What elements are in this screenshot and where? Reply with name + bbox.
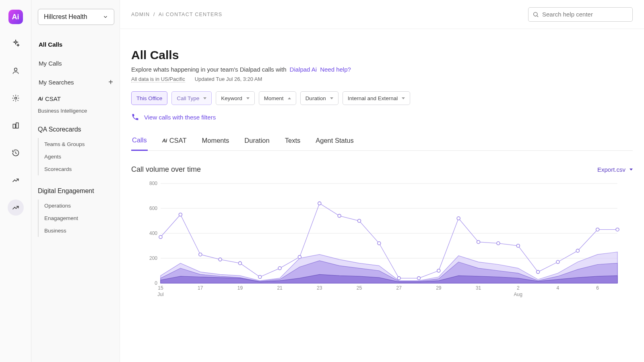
icon-rail: Ai [0,0,31,362]
svg-rect-3 [16,123,18,128]
svg-text:400: 400 [149,230,157,236]
sidebar-item-bi[interactable]: Business Intelligence [38,108,113,114]
help-search-input[interactable] [542,11,628,18]
svg-point-37 [596,228,599,231]
topbar: ADMIN / Ai CONTACT CENTERS [120,0,644,29]
analytics-icon[interactable] [8,200,24,216]
svg-text:800: 800 [149,181,157,186]
sidebar-item-scorecards[interactable]: Scorecards [44,163,113,175]
breadcrumb-contact-centers[interactable]: Ai CONTACT CENTERS [159,12,223,17]
sidebar-item-my-calls[interactable]: My Calls [38,58,113,69]
history-icon[interactable] [8,145,24,161]
svg-point-29 [437,269,440,272]
search-icon [533,11,539,18]
sidebar-section-qa[interactable]: QA Scorecards [38,126,113,133]
svg-text:600: 600 [149,206,157,211]
org-selector[interactable]: Hillcrest Health [38,9,114,25]
svg-text:29: 29 [436,285,442,291]
svg-point-19 [238,261,242,265]
svg-point-20 [258,276,262,279]
add-search-button[interactable]: + [108,78,113,87]
svg-text:19: 19 [237,285,243,291]
app-logo: Ai [8,10,23,24]
svg-text:Aug: Aug [514,292,522,297]
svg-point-26 [378,242,381,245]
svg-point-34 [537,270,540,274]
svg-text:6: 6 [596,285,599,291]
breadcrumb: ADMIN / Ai CONTACT CENTERS [131,12,222,17]
svg-point-15 [159,235,162,239]
svg-point-25 [357,219,361,222]
svg-point-28 [417,277,421,280]
svg-point-24 [338,214,341,218]
filter-duration[interactable]: Duration [300,91,339,105]
tab-duration[interactable]: Duration [244,136,270,150]
buildings-icon[interactable] [8,117,24,134]
svg-text:200: 200 [149,255,157,261]
filter-bar: This Office Call Type Keyword Moment Dur… [131,91,633,105]
sidebar-item-agents[interactable]: Agents [44,150,113,163]
svg-point-32 [497,242,500,245]
sidebar-item-engagement[interactable]: Enagagement [44,212,113,224]
need-help-link[interactable]: Need help? [320,66,351,73]
svg-point-36 [576,249,579,252]
tab-agent-status[interactable]: Agent Status [315,136,354,150]
updated-at: Updated Tue Jul 26, 3:20 AM [195,76,262,82]
svg-point-4 [534,12,537,16]
help-search[interactable] [528,7,633,22]
sidebar-item-csat[interactable]: Ai CSAT [38,95,113,102]
chevron-down-icon [103,14,108,20]
tabs: Calls AiCSAT Moments Duration Texts Agen… [131,136,633,151]
svg-point-33 [516,244,520,247]
sidebar: Hillcrest Health All Calls My Calls My S… [31,0,120,362]
svg-text:31: 31 [476,285,481,291]
page-title: All Calls [131,48,633,62]
tab-csat[interactable]: AiCSAT [161,136,188,150]
tab-moments[interactable]: Moments [201,136,230,150]
svg-point-30 [457,217,460,220]
view-calls-link[interactable]: View calls with these filters [131,113,633,121]
phone-icon [131,113,139,121]
person-icon[interactable] [8,63,24,79]
svg-point-18 [219,258,222,261]
svg-text:2: 2 [517,285,520,291]
export-csv-button[interactable]: Export.csv [597,166,633,173]
svg-text:4: 4 [557,285,559,291]
filter-keyword[interactable]: Keyword [216,91,255,105]
sidebar-item-operations[interactable]: Operations [44,200,113,212]
sidebar-section-digital[interactable]: Digital Engagement [38,187,113,195]
main: ADMIN / Ai CONTACT CENTERS All Calls Exp… [120,0,644,362]
tab-calls[interactable]: Calls [131,136,148,151]
sidebar-item-teams-groups[interactable]: Teams & Groups [44,138,113,150]
svg-point-27 [397,277,400,280]
filter-scope[interactable]: Internal and External [343,91,411,105]
gear-icon[interactable] [8,90,24,106]
sparkle-icon[interactable] [8,35,24,51]
svg-point-16 [179,213,182,216]
page-subtitle: Explore whats happening in your team's D… [131,66,633,73]
svg-point-38 [616,228,619,231]
tab-texts[interactable]: Texts [284,136,301,150]
dialpad-ai-link[interactable]: Dialpad Ai [290,66,317,73]
breadcrumb-admin[interactable]: ADMIN [131,12,150,17]
svg-text:21: 21 [277,285,283,291]
chart-title: Call volume over time [131,165,201,174]
svg-point-23 [318,202,321,205]
trend-up-icon[interactable] [8,172,24,188]
svg-point-1 [14,97,17,99]
svg-text:15: 15 [158,285,163,291]
sidebar-item-business[interactable]: Business [44,224,113,237]
filter-moment[interactable]: Moment [259,91,296,105]
svg-rect-2 [13,124,15,128]
filter-office[interactable]: This Office [131,91,167,105]
svg-text:17: 17 [198,285,203,291]
svg-text:25: 25 [357,285,362,291]
svg-point-22 [298,255,301,259]
sidebar-item-my-searches[interactable]: My Searches [38,76,75,88]
svg-point-0 [14,68,17,71]
filter-call-type[interactable]: Call Type [171,91,212,105]
svg-text:23: 23 [317,285,322,291]
sidebar-item-all-calls[interactable]: All Calls [38,39,113,50]
svg-text:0: 0 [155,280,157,286]
svg-text:Jul: Jul [157,292,163,297]
